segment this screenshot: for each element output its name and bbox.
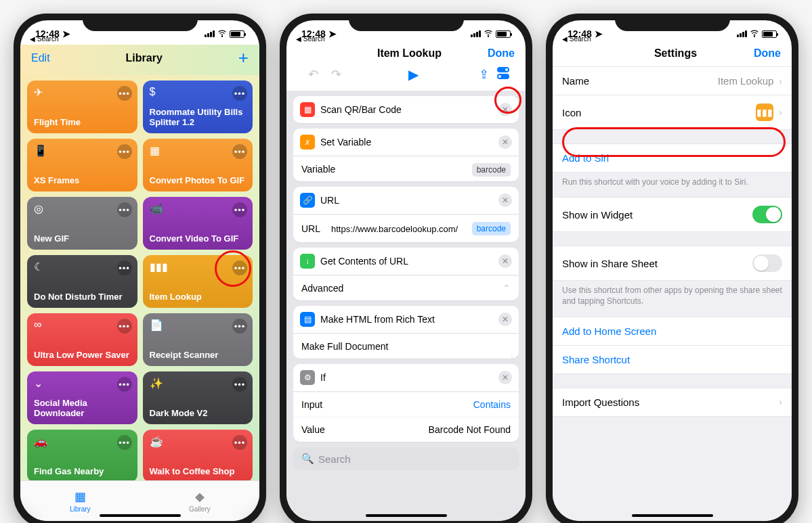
location-icon: ➤: [62, 28, 70, 39]
action-getcontents[interactable]: ↓ Get Contents of URL ✕ Advanced ⌃: [293, 248, 519, 300]
shortcut-icon: ✈: [34, 87, 43, 98]
close-icon[interactable]: ✕: [498, 313, 512, 326]
more-button[interactable]: •••: [232, 202, 247, 217]
share-sheet-row[interactable]: Show in Share Sheet: [553, 246, 792, 280]
shortcut-card[interactable]: ✨•••Dark Mode V2: [143, 371, 253, 424]
action-makehtml[interactable]: ▤ Make HTML from Rich Text ✕ Make Full D…: [293, 306, 519, 359]
share-button[interactable]: ⇪: [479, 67, 489, 82]
sharesheet-toggle[interactable]: [752, 254, 782, 272]
import-questions-row[interactable]: Import Questions ›: [553, 388, 792, 416]
more-button[interactable]: •••: [232, 86, 247, 101]
add-button[interactable]: +: [238, 47, 249, 68]
value-field[interactable]: Barcode Not Found: [429, 424, 511, 435]
widget-toggle[interactable]: [752, 206, 782, 223]
variable-pill[interactable]: barcode: [472, 163, 511, 177]
shortcut-title: Item Lookup: [150, 292, 247, 302]
shortcut-card[interactable]: ⌄•••Social Media Downloader: [27, 371, 137, 424]
svg-point-0: [221, 36, 222, 37]
battery-icon: [496, 30, 511, 38]
shortcut-card[interactable]: ✈•••Flight Time: [27, 81, 137, 133]
url-field[interactable]: https://www.barcodelookup.com/: [331, 224, 467, 234]
editor-body: ▦ Scan QR/Bar Code ✕ x Set Variable ✕ Va…: [286, 91, 526, 521]
input-value[interactable]: Contains: [473, 399, 511, 410]
close-icon[interactable]: ✕: [498, 103, 512, 116]
chevron-right-icon: ›: [779, 107, 782, 118]
more-button[interactable]: •••: [117, 260, 132, 275]
gallery-icon: ◆: [195, 489, 205, 504]
play-button[interactable]: ▶: [347, 66, 479, 83]
home-indicator[interactable]: [632, 514, 713, 517]
gear-icon: ⚙: [300, 370, 315, 385]
shortcut-card[interactable]: 📄•••Receipt Scanner: [143, 313, 253, 366]
action-scan[interactable]: ▦ Scan QR/Bar Code ✕: [293, 96, 519, 123]
more-button[interactable]: •••: [117, 202, 132, 217]
phone-library: ◀ Search 12:48 ➤ Edit Library + ✈•••Flig…: [14, 14, 266, 523]
more-button[interactable]: •••: [232, 144, 247, 159]
more-button[interactable]: •••: [232, 377, 247, 392]
search-input[interactable]: 🔍 Search: [293, 447, 519, 470]
close-icon[interactable]: ✕: [498, 371, 512, 384]
shortcut-card[interactable]: ▦•••Convert Photos To GIF: [143, 139, 253, 191]
share-shortcut-row[interactable]: Share Shortcut: [553, 346, 792, 373]
shortcut-icon: ⌄: [34, 378, 43, 389]
breadcrumb-back[interactable]: ◀ Search: [296, 35, 324, 43]
more-button[interactable]: •••: [117, 435, 132, 450]
shortcut-card[interactable]: 🚗•••Find Gas Nearby: [27, 430, 137, 480]
home-indicator[interactable]: [366, 514, 447, 517]
document-icon: ▤: [300, 312, 315, 327]
close-icon[interactable]: ✕: [498, 194, 512, 207]
shortcut-card[interactable]: ☾•••Do Not Disturb Timer: [27, 255, 137, 308]
action-if[interactable]: ⚙ If ✕ Input Contains Value Barcode Not …: [293, 364, 519, 442]
siri-note: Run this shortcut with your voice by add…: [553, 177, 792, 197]
name-row[interactable]: Name Item Lookup ›: [553, 67, 792, 95]
link-icon: 🔗: [300, 193, 315, 208]
action-setvariable[interactable]: x Set Variable ✕ Variable barcode: [293, 129, 519, 181]
breadcrumb-back[interactable]: ◀ Search: [30, 35, 58, 43]
close-icon[interactable]: ✕: [498, 254, 512, 268]
advanced-row[interactable]: Advanced ⌃: [293, 275, 519, 300]
wifi-icon: [217, 28, 227, 40]
shortcut-icon: $: [150, 86, 156, 97]
add-siri-row[interactable]: Add to Siri: [553, 144, 792, 172]
shortcut-title: Roommate Utility Bills Splitter 1.2: [150, 108, 247, 128]
more-button[interactable]: •••: [232, 319, 247, 334]
chevron-up-icon: ⌃: [503, 283, 511, 294]
shortcut-card[interactable]: ∞•••Ultra Low Power Saver: [27, 313, 137, 366]
shortcut-card[interactable]: $•••Roommate Utility Bills Splitter 1.2: [143, 81, 253, 133]
more-button[interactable]: •••: [232, 435, 247, 450]
shortcut-card[interactable]: ◎•••New GIF: [27, 197, 137, 250]
page-title: Settings: [597, 47, 754, 60]
notch: [615, 14, 730, 31]
done-button[interactable]: Done: [488, 47, 515, 60]
breadcrumb-back[interactable]: ◀ Search: [562, 35, 591, 43]
chevron-right-icon: ›: [779, 76, 782, 87]
more-button[interactable]: •••: [117, 319, 132, 334]
shortcut-card[interactable]: ▮▮▮•••Item Lookup: [143, 255, 253, 308]
more-button[interactable]: •••: [117, 377, 132, 392]
close-icon[interactable]: ✕: [498, 135, 512, 149]
shortcut-card[interactable]: 📱•••XS Frames: [27, 139, 137, 191]
done-button[interactable]: Done: [754, 47, 781, 60]
icon-row[interactable]: Icon ▮▮▮ ›: [553, 95, 792, 129]
shortcut-card[interactable]: ☕•••Walk to Coffee Shop: [143, 430, 253, 480]
home-indicator[interactable]: [100, 514, 181, 517]
chevron-right-icon: ›: [779, 396, 782, 407]
add-homescreen-row[interactable]: Add to Home Screen: [553, 317, 792, 346]
action-url[interactable]: 🔗 URL ✕ URL https://www.barcodelookup.co…: [293, 187, 519, 242]
edit-button[interactable]: Edit: [31, 52, 50, 64]
more-button[interactable]: •••: [117, 86, 132, 101]
signal-icon: [737, 30, 747, 37]
url-variable-pill[interactable]: barcode: [472, 222, 511, 235]
more-button[interactable]: •••: [232, 260, 247, 275]
shortcut-card[interactable]: 📹•••Convert Video To GIF: [143, 197, 253, 250]
more-button[interactable]: •••: [117, 144, 132, 159]
settings-toggle-button[interactable]: [496, 67, 511, 82]
redo-button[interactable]: ↷: [324, 67, 347, 82]
show-widget-row[interactable]: Show in Widget: [553, 198, 792, 231]
battery-icon: [230, 30, 244, 38]
svg-point-1: [488, 36, 488, 37]
undo-button[interactable]: ↶: [301, 67, 324, 82]
shortcut-icon: 📄: [150, 319, 163, 331]
signal-icon: [205, 30, 215, 37]
editor-toolbar: ↶ ↷ ▶ ⇪: [297, 64, 515, 85]
